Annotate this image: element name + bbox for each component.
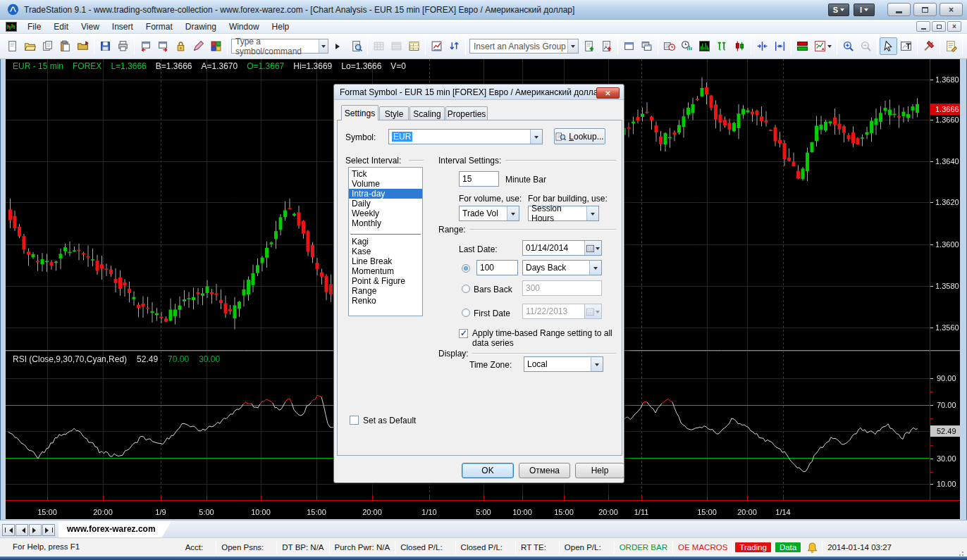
- color-settings-icon[interactable]: [207, 37, 225, 55]
- interval-item-range[interactable]: Range: [349, 286, 422, 296]
- bars-back-radio[interactable]: [462, 285, 470, 293]
- menu-item-edit[interactable]: Edit: [47, 20, 75, 33]
- pointer-icon[interactable]: [880, 37, 897, 55]
- menu-item-drawing[interactable]: Drawing: [179, 20, 223, 33]
- menu-item-window[interactable]: Window: [223, 20, 266, 33]
- workspace-stack-icon[interactable]: [39, 37, 56, 55]
- insert-symbol-icon[interactable]: [580, 37, 598, 55]
- days-back-count-input[interactable]: 100: [476, 260, 518, 275]
- menu-item-help[interactable]: Help: [266, 20, 296, 33]
- bars-back-count-input[interactable]: 300: [522, 280, 602, 296]
- save-desktop-icon[interactable]: [97, 37, 114, 55]
- next-workspace-button[interactable]: [29, 524, 42, 536]
- interval-listbox[interactable]: TickVolumeIntra-dayDailyWeeklyMonthlyKag…: [348, 167, 423, 316]
- prev-workspace-button[interactable]: [16, 524, 28, 536]
- help-button[interactable]: Help: [575, 463, 624, 478]
- symbol-lookup-icon[interactable]: [347, 37, 365, 55]
- chevron-down-icon[interactable]: [586, 206, 598, 220]
- tab-settings[interactable]: Settings: [341, 105, 378, 120]
- tab-style[interactable]: Style: [379, 106, 409, 120]
- time-sales-icon[interactable]: [678, 37, 696, 55]
- symbol-combobox[interactable]: EUR: [388, 129, 543, 144]
- calendar-icon[interactable]: [584, 241, 601, 255]
- window-forward-icon[interactable]: [154, 37, 172, 55]
- close-workspace-icon[interactable]: [74, 37, 92, 55]
- menu-item-insert[interactable]: Insert: [106, 20, 140, 33]
- candle-style-icon[interactable]: [731, 37, 749, 55]
- interval-item-momentum[interactable]: Momentum: [349, 266, 422, 276]
- interval-item-line-break[interactable]: Line Break: [349, 256, 422, 266]
- format-painter-icon[interactable]: [190, 37, 207, 55]
- strategy-network-button[interactable]: S: [828, 4, 849, 16]
- dialog-close-button[interactable]: ✕: [596, 87, 620, 99]
- volume-type-combobox[interactable]: Trade Vol: [459, 206, 519, 221]
- matrix-grid-icon[interactable]: [405, 37, 423, 55]
- window-back-icon[interactable]: [137, 37, 154, 55]
- ok-button[interactable]: OK: [462, 463, 514, 478]
- child-close-button[interactable]: ×: [947, 21, 961, 32]
- restore-button[interactable]: [913, 3, 937, 16]
- chevron-down-icon[interactable]: [567, 39, 578, 53]
- child-restore-button[interactable]: [932, 21, 946, 32]
- print-icon[interactable]: [114, 37, 132, 55]
- new-document-icon[interactable]: [4, 37, 21, 55]
- first-workspace-button[interactable]: [2, 524, 15, 536]
- interval-item-tick[interactable]: Tick: [349, 169, 422, 179]
- interval-item-point-figure[interactable]: Point & Figure: [349, 276, 422, 286]
- bar-style-icon[interactable]: [794, 37, 811, 55]
- zoom-in-icon[interactable]: [839, 37, 857, 55]
- open-workspace-icon[interactable]: [21, 37, 39, 55]
- lookup-button[interactable]: Lookup...: [554, 128, 605, 144]
- resize-grip[interactable]: [956, 545, 964, 554]
- back-period-combobox[interactable]: Days Back: [522, 260, 602, 275]
- set-as-default-checkbox[interactable]: [350, 416, 359, 425]
- drawing-tools-icon[interactable]: [920, 37, 937, 55]
- chevron-down-icon[interactable]: [319, 39, 328, 53]
- interval-item-weekly[interactable]: Weekly: [349, 209, 422, 218]
- interval-item-renko[interactable]: Renko: [349, 296, 422, 306]
- last-workspace-button[interactable]: [42, 524, 55, 536]
- window-new-icon[interactable]: [620, 37, 638, 55]
- analysis-group-combobox[interactable]: Insert an Analysis Group: [469, 39, 579, 54]
- paste-symbol-icon[interactable]: [56, 37, 74, 55]
- menu-item-file[interactable]: File: [21, 20, 47, 33]
- status-trading[interactable]: Trading: [735, 542, 771, 552]
- bar-spacing-in-icon[interactable]: [753, 37, 771, 55]
- interval-item-volume[interactable]: Volume: [349, 179, 422, 189]
- chevron-down-icon[interactable]: [530, 130, 542, 144]
- interval-item-daily[interactable]: Daily: [349, 199, 422, 209]
- interval-item-monthly[interactable]: Monthly: [349, 218, 422, 228]
- cancel-button[interactable]: Отмена: [519, 463, 570, 478]
- notepad-icon[interactable]: [942, 37, 960, 55]
- trade-bars-icon[interactable]: [713, 37, 731, 55]
- minimize-button[interactable]: [887, 3, 911, 16]
- intraday-data-button[interactable]: I: [854, 4, 875, 16]
- time-zone-combobox[interactable]: Local: [524, 356, 603, 372]
- status-data[interactable]: Data: [775, 542, 801, 552]
- create-chart-icon[interactable]: [428, 37, 445, 55]
- child-minimize-button[interactable]: [916, 21, 930, 32]
- chart-type-icon[interactable]: [811, 37, 834, 55]
- menu-item-view[interactable]: View: [75, 20, 106, 33]
- volume-profile-icon[interactable]: [696, 37, 713, 55]
- chevron-down-icon[interactable]: [507, 206, 519, 220]
- chart-text-icon[interactable]: [897, 37, 915, 55]
- dialog-titlebar[interactable]: Format Symbol - EUR 15 min [FOREX] Евро …: [334, 85, 624, 100]
- days-back-radio[interactable]: [462, 264, 470, 273]
- insert-study-icon[interactable]: [598, 37, 615, 55]
- apply-range-checkbox[interactable]: [459, 329, 468, 338]
- tab-scaling[interactable]: Scaling: [409, 106, 445, 120]
- sort-time-icon[interactable]: [445, 37, 463, 55]
- close-button[interactable]: ×: [940, 3, 963, 16]
- tab-properties[interactable]: Properties: [445, 106, 488, 120]
- window-dup-icon[interactable]: [638, 37, 655, 55]
- chevron-down-icon[interactable]: [589, 261, 601, 275]
- interval-item-intra-day[interactable]: Intra-day: [349, 189, 422, 199]
- last-date-picker[interactable]: 01/14/2014: [522, 240, 602, 256]
- run-command-icon[interactable]: [330, 37, 347, 55]
- bar-building-combobox[interactable]: Session Hours: [528, 206, 599, 221]
- interval-value-input[interactable]: 15: [459, 171, 499, 187]
- bar-spacing-out-icon[interactable]: [771, 37, 789, 55]
- first-date-picker[interactable]: 11/22/2013: [522, 304, 602, 319]
- chevron-down-icon[interactable]: [591, 357, 603, 371]
